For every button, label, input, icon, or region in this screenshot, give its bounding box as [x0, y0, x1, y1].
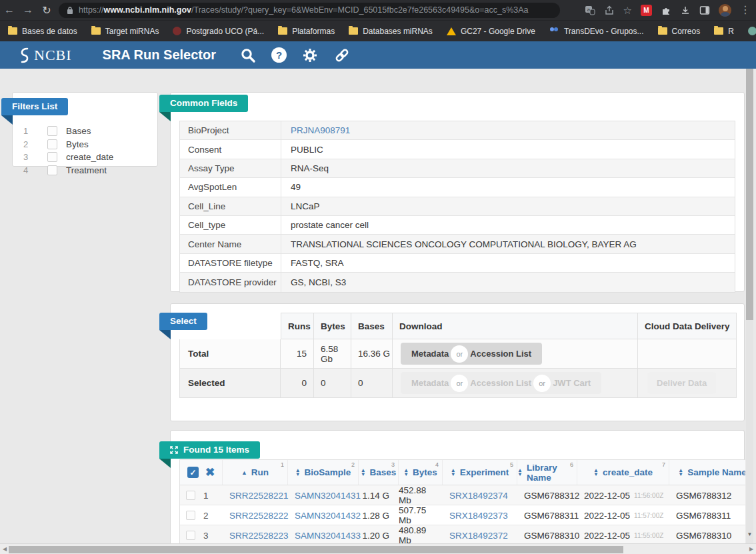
jwt-cart-button-disabled[interactable]: JWT Cart	[542, 372, 601, 394]
experiment-link[interactable]: SRX18492374	[443, 485, 517, 505]
row-checkbox[interactable]	[186, 511, 195, 520]
filter-checkbox[interactable]	[47, 165, 57, 175]
bases-column-header[interactable]: ▲▼Bases3	[359, 460, 399, 485]
bookmark-bases-de-datos[interactable]: Bases de datos	[8, 27, 77, 36]
or-badge: or	[451, 375, 468, 392]
translate-icon[interactable]: a	[585, 5, 595, 15]
bookmark-databases-mirnas[interactable]: Databases miRNAs	[349, 27, 433, 36]
bookmark-correos[interactable]: Correos	[658, 27, 701, 36]
field-value: PUBLIC	[281, 140, 735, 158]
page-title: SRA Run Selector	[103, 47, 216, 63]
column-number: 5	[510, 461, 513, 468]
url-path: /Traces/study/?query_key=6&WebEnv=MCID_6…	[191, 5, 529, 15]
filter-label[interactable]: Bytes	[66, 139, 89, 149]
bytes-header: Bytes	[314, 313, 351, 339]
total-bytes: 6.58 Gb	[314, 339, 351, 369]
biosample-link[interactable]: SAMN32041433	[288, 525, 359, 545]
clear-selection-icon[interactable]: ✖	[205, 465, 215, 479]
row-checkbox[interactable]	[186, 491, 195, 500]
extensions-puzzle-icon[interactable]	[661, 5, 671, 15]
mendeley-extension-icon[interactable]: M	[641, 5, 652, 16]
search-icon[interactable]	[240, 47, 256, 63]
date-value: 2022-12-05	[584, 491, 630, 501]
back-icon[interactable]: ←	[0, 4, 19, 16]
vertical-scrollbar-thumb[interactable]	[746, 69, 753, 320]
bookmark-chatgpt[interactable]: ChatGPT	[748, 27, 756, 36]
experiment-link[interactable]: SRX18492373	[443, 505, 517, 525]
total-runs: 15	[281, 339, 314, 369]
bytes-column-header[interactable]: ▲▼Bytes4	[399, 460, 443, 485]
link-icon[interactable]	[333, 47, 351, 63]
bookmark-gc27-google-drive[interactable]: GC27 - Google Drive	[447, 27, 535, 36]
row-checkbox[interactable]	[186, 531, 195, 540]
scroll-down-arrow[interactable]: ▼	[746, 531, 753, 537]
experiment-link[interactable]: SRX18492372	[443, 525, 517, 545]
experiment-column-header[interactable]: ▲▼Experiment5	[443, 460, 517, 485]
accession-list-button-disabled[interactable]: Accession List	[459, 372, 542, 394]
profile-avatar[interactable]	[719, 4, 731, 17]
filter-checkbox[interactable]	[47, 152, 57, 162]
create-date-column-header[interactable]: ▲▼create_date7	[577, 460, 669, 485]
filter-label[interactable]: Bases	[66, 126, 91, 136]
time-value: 11:56:00Z	[634, 492, 663, 499]
refresh-icon[interactable]: ↻	[37, 4, 56, 17]
run-link[interactable]: SRR22528221	[223, 485, 288, 505]
ncbi-helix-icon	[17, 47, 31, 64]
scroll-left-arrow[interactable]: ◀	[0, 546, 9, 552]
bioproject-link[interactable]: PRJNA908791	[281, 121, 735, 139]
bookmark-postgrado-uco[interactable]: Postgrado UCO (Pá...	[173, 27, 264, 36]
biosample-column-header[interactable]: ▲▼BioSample2	[288, 460, 359, 485]
library-name-value: GSM6788312	[517, 485, 577, 505]
share-icon[interactable]	[604, 5, 615, 15]
accession-list-button[interactable]: Accession List	[459, 343, 542, 365]
bookmark-target-mirnas[interactable]: Target miRNAs	[91, 27, 159, 36]
row-select-cell: 3	[180, 525, 223, 545]
address-bar[interactable]: https://www.ncbi.nlm.nih.gov/Traces/stud…	[59, 3, 560, 18]
google-drive-icon	[447, 27, 456, 35]
sample-name-value: GSM6788311	[669, 505, 745, 525]
found-items-ribbon: Found 15 Items	[159, 441, 260, 459]
sample-name-column-header[interactable]: ▲▼Sample Name	[669, 460, 745, 485]
filter-label[interactable]: create_date	[66, 152, 113, 162]
help-icon[interactable]: ?	[271, 47, 287, 63]
library-name-column-header[interactable]: ▲▼Library Name6	[517, 460, 577, 485]
deliver-data-button-disabled[interactable]: Deliver Data	[647, 372, 716, 394]
chatgpt-icon	[748, 27, 756, 35]
filter-checkbox[interactable]	[47, 139, 57, 149]
horizontal-scrollbar[interactable]: ◀ ▶	[0, 543, 756, 554]
filter-label[interactable]: Treatment	[66, 165, 107, 175]
ncbi-logo[interactable]: NCBI	[17, 47, 72, 64]
browser-menu-icon[interactable]: ⋮	[740, 5, 751, 15]
select-all-checkbox[interactable]: ✓	[187, 467, 199, 478]
sort-icon: ▲▼	[678, 469, 683, 477]
expand-icon[interactable]	[170, 446, 178, 454]
field-value: GS, NCBI, S3	[281, 273, 735, 291]
ncbi-header: NCBI SRA Run Selector ?	[0, 41, 756, 69]
run-link[interactable]: SRR22528223	[223, 525, 288, 545]
bookmark-r[interactable]: R	[714, 27, 734, 36]
table-row: BioProjectPRJNA908791	[180, 121, 735, 140]
horizontal-scrollbar-thumb[interactable]	[9, 546, 623, 553]
run-link[interactable]: SRR22528222	[223, 505, 288, 525]
forward-icon[interactable]: →	[19, 4, 37, 16]
select-all-cell: ✓ ✖	[180, 460, 223, 485]
selected-bytes: 0	[314, 369, 351, 398]
row-select-cell: 2	[180, 505, 223, 525]
or-badge: or	[451, 345, 468, 363]
biosample-link[interactable]: SAMN32041431	[288, 485, 359, 505]
run-column-header[interactable]: ▲Run1	[223, 460, 288, 485]
scroll-right-arrow[interactable]: ▶	[747, 546, 756, 552]
sample-name-value: GSM6788312	[669, 485, 745, 505]
vertical-scrollbar[interactable]	[746, 69, 753, 543]
bases-value: 1.28 G	[359, 505, 399, 525]
bookmark-transdevo-grupos[interactable]: TransDEvo - Grupos...	[549, 27, 644, 36]
bookmark-star-icon[interactable]: ☆	[623, 5, 632, 15]
bookmark-plataformas[interactable]: Plataformas	[278, 27, 335, 36]
side-panel-icon[interactable]	[699, 5, 710, 15]
filter-checkbox[interactable]	[47, 126, 57, 136]
cloud-data-delivery-header: Cloud Data Delivery	[638, 313, 737, 339]
downloads-icon[interactable]	[680, 5, 691, 15]
biosample-link[interactable]: SAMN32041432	[288, 505, 359, 525]
settings-gear-icon[interactable]	[302, 47, 318, 63]
field-key: AvgSpotLen	[180, 178, 281, 196]
